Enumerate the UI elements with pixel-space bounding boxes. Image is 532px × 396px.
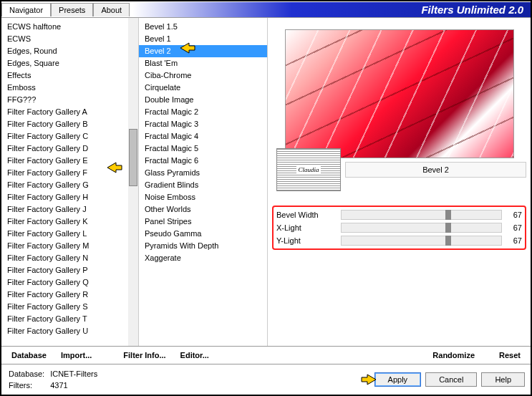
filter-item[interactable]: Cirquelate [139,82,267,94]
tab-presets[interactable]: Presets [51,3,93,16]
category-item[interactable]: Filter Factory Gallery B [1,118,138,130]
category-item[interactable]: Filter Factory Gallery P [1,264,138,276]
filter-item[interactable]: Fractal Magic 5 [139,143,267,155]
filters-value: 4371 [50,380,102,390]
filter-item[interactable]: Ciba-Chrome [139,69,267,82]
preview-image [285,29,514,158]
pointer-icon [106,161,123,174]
import-button[interactable]: Import... [55,349,97,361]
category-item[interactable]: FFG??? [1,94,138,106]
tabs: Navigator Presets About [1,3,130,16]
tab-about[interactable]: About [93,3,130,16]
filter-item[interactable]: Pseudo Gamma [139,228,267,240]
scroll-thumb[interactable] [129,129,137,186]
param-label: Y-Light [276,236,341,245]
category-item[interactable]: Filter Factory Gallery D [1,143,138,155]
filter-item[interactable]: Gradient Blinds [139,179,267,191]
editor-button[interactable]: Editor... [175,349,215,361]
category-item[interactable]: Filter Factory Gallery L [1,228,138,240]
status-info: Database: ICNET-Filters Filters: 4371 [7,367,103,392]
param-row: Y-Light67 [276,234,522,247]
filter-item[interactable]: Other Worlds [139,203,267,216]
statusbar: Database: ICNET-Filters Filters: 4371 Ap… [1,364,531,395]
category-item[interactable]: ECWS [1,33,138,45]
filter-item[interactable]: Bevel 1 [139,33,267,45]
tab-navigator[interactable]: Navigator [1,3,51,16]
category-item[interactable]: Filter Factory Gallery R [1,289,138,301]
category-item[interactable]: ECWS halftone [1,21,138,33]
dialog-buttons: Apply Cancel Help [360,372,525,387]
filter-item[interactable]: Blast 'Em [139,57,267,69]
param-value: 67 [505,236,522,245]
category-item[interactable]: Filter Factory Gallery S [1,301,138,313]
filter-list[interactable]: Bevel 1.5Bevel 1Bevel 2Blast 'EmCiba-Chr… [139,18,268,346]
category-item[interactable]: Filter Factory Gallery Q [1,276,138,289]
category-item[interactable]: Filter Factory Gallery N [1,252,138,264]
category-item[interactable]: Filter Factory Gallery G [1,179,138,191]
filter-item[interactable]: Xaggerate [139,252,267,264]
pointer-icon [360,373,377,386]
category-item[interactable]: Filter Factory Gallery C [1,130,138,143]
filter-item[interactable]: Bevel 1.5 [139,21,267,33]
apply-button[interactable]: Apply [374,372,422,387]
filter-item[interactable]: Fractal Magic 2 [139,106,267,118]
filter-item[interactable]: Panel Stripes [139,216,267,228]
content: ECWS halftoneECWSEdges, RoundEdges, Squa… [1,17,531,346]
category-item[interactable]: Filter Factory Gallery H [1,191,138,203]
filters-label: Filters: [9,380,49,390]
filter-title: Bevel 2 [345,162,526,178]
filter-item[interactable]: Fractal Magic 4 [139,130,267,143]
titlebar: Navigator Presets About Filters Unlimite… [1,1,531,17]
reset-button[interactable]: Reset [493,349,526,361]
category-item[interactable]: Filter Factory Gallery T [1,313,138,325]
param-label: X-Light [276,223,341,232]
param-slider[interactable] [341,223,502,233]
app-title: Filters Unlimited 2.0 [132,2,531,17]
app-window: Navigator Presets About Filters Unlimite… [0,0,532,396]
filter-item[interactable]: Fractal Magic 6 [139,155,267,167]
param-row: X-Light67 [276,221,522,234]
params-group: Bevel Width67X-Light67Y-Light67 [272,206,526,250]
cancel-button[interactable]: Cancel [425,372,477,387]
param-row: Bevel Width67 [276,208,522,221]
randomize-button[interactable]: Randomize [427,349,480,361]
watermark-badge: Claudia [276,148,341,191]
param-label: Bevel Width [276,211,341,219]
param-value: 67 [505,223,522,232]
toolbar: Database Import... Filter Info... Editor… [1,346,531,364]
category-scrollbar[interactable] [128,18,138,346]
db-value: ICNET-Filters [50,369,102,379]
filter-item[interactable]: Pyramids With Depth [139,240,267,252]
param-slider[interactable] [341,236,502,246]
param-value: 67 [505,211,522,219]
category-item[interactable]: Filter Factory Gallery K [1,216,138,228]
category-item[interactable]: Edges, Round [1,45,138,57]
filter-info-button[interactable]: Filter Info... [117,349,171,361]
category-item[interactable]: Emboss [1,82,138,94]
category-item[interactable]: Effects [1,69,138,82]
category-item[interactable]: Filter Factory Gallery A [1,106,138,118]
pointer-icon [179,42,196,54]
help-button[interactable]: Help [481,372,525,387]
category-item[interactable]: Filter Factory Gallery J [1,203,138,216]
category-item[interactable]: Filter Factory Gallery M [1,240,138,252]
filter-item[interactable]: Noise Emboss [139,191,267,203]
database-button[interactable]: Database [6,349,52,361]
category-list[interactable]: ECWS halftoneECWSEdges, RoundEdges, Squa… [1,18,139,346]
filter-item[interactable]: Bevel 2 [139,45,267,57]
filter-item[interactable]: Fractal Magic 3 [139,118,267,130]
db-label: Database: [9,369,49,379]
preview-panel: Claudia Bevel 2 Bevel Width67X-Light67Y-… [268,18,531,346]
param-slider[interactable] [341,210,502,220]
category-item[interactable]: Filter Factory Gallery U [1,325,138,337]
filter-item[interactable]: Double Image [139,94,267,106]
filter-item[interactable]: Glass Pyramids [139,167,267,179]
category-item[interactable]: Edges, Square [1,57,138,69]
